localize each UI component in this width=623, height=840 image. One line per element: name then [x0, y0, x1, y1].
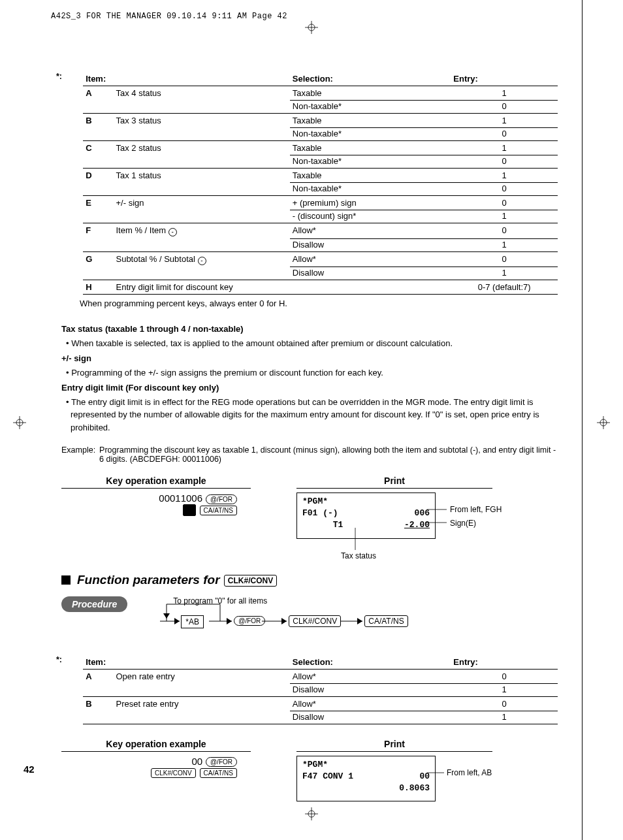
star-label-1: *: — [56, 72, 62, 81]
table-row: DTax 1 statusTaxable1 — [61, 169, 558, 183]
flow-ab: *AB — [181, 615, 204, 628]
example-text: Programming the discount key as taxable … — [99, 445, 558, 464]
page-number: 42 — [24, 764, 35, 775]
key-for: @/FOR — [206, 494, 237, 504]
body-text: Tax status (taxable 1 through 4 / non-ta… — [61, 323, 558, 434]
table-row: Non-taxable*0 — [61, 183, 558, 196]
bullet-sign: • Programming of the +/- sign assigns th… — [61, 366, 558, 380]
flow-for: @/FOR — [234, 616, 265, 626]
svg-marker-19 — [357, 618, 362, 624]
key-sequence-2: 00 @/FOR CLK#/CONV CA/AT/NS — [61, 756, 251, 779]
section-title-text: Function parameters for — [77, 573, 220, 587]
key-clkconv: CLK#/CONV — [224, 575, 277, 587]
heading-sign: +/- sign — [61, 352, 558, 365]
table-row: - (discount) sign*1 — [61, 210, 558, 223]
anno-taxstatus: Tax status — [341, 551, 376, 560]
heading-tax-status: Tax status (taxable 1 through 4 / non-ta… — [61, 323, 558, 336]
section-clk-conv: Function parameters for CLK#/CONV Proced… — [61, 573, 558, 636]
svg-marker-17 — [227, 618, 232, 624]
table-row: GSubtotal % / Subtotal -Allow*0 — [61, 251, 558, 267]
table-row: Non-taxable*0 — [61, 101, 558, 114]
anno-ab: From left, AB — [447, 768, 492, 777]
key-for-2: @/FOR — [206, 757, 237, 767]
parameters-table-1: Item: Selection: Entry: ATax 4 statusTax… — [61, 72, 558, 295]
receipt-1: *PGM* F01 (-)006 T1-2.00 — [296, 493, 436, 539]
table-row: AOpen rate entryAllow*0 — [61, 669, 558, 683]
table-row: Disallow1 — [61, 683, 558, 696]
svg-marker-16 — [174, 618, 180, 624]
heading-entry-limit: Entry digit limit (For discount key only… — [61, 381, 558, 395]
table-row: CTax 2 statusTaxable1 — [61, 141, 558, 155]
svg-marker-20 — [163, 613, 170, 619]
crop-mark-left — [13, 416, 26, 429]
table-row: Non-taxable*0 — [61, 155, 558, 169]
svg-marker-18 — [281, 618, 287, 624]
table1-note: When programming percent keys, always en… — [80, 299, 558, 308]
section-marker-icon — [61, 575, 71, 585]
side-rule — [581, 0, 583, 840]
table-row: FItem % / Item -Allow*0 — [61, 223, 558, 239]
example-1: Example: Programming the discount key as… — [61, 445, 558, 539]
crop-mark-right — [597, 416, 610, 429]
print-title-1: Print — [296, 476, 492, 489]
anno-sign: Sign(E) — [450, 519, 476, 528]
key-caatns: CA/AT/NS — [200, 506, 237, 515]
table-row: HEntry digit limit for discount key0-7 (… — [61, 280, 558, 295]
key-caatns-2: CA/AT/NS — [200, 768, 237, 778]
bullet-tax-status: • When taxable is selected, tax is appli… — [61, 337, 558, 350]
table-row: Disallow1 — [61, 711, 558, 724]
bullet-entry-limit: • The entry digit limit is in effect for… — [61, 396, 558, 434]
key-sequence-1: 00011006 @/FOR ⊖ CA/AT/NS — [61, 493, 251, 516]
table-row: BTax 3 statusTaxable1 — [61, 114, 558, 128]
table-row: Non-taxable*0 — [61, 128, 558, 141]
key-minus: ⊖ — [183, 504, 196, 516]
star-label-2: *: — [56, 655, 62, 664]
anno-fgh: From left, FGH — [450, 505, 502, 514]
example-label: Example: — [61, 445, 95, 464]
key-conv-2: CLK#/CONV — [151, 768, 196, 778]
key-op-title-2: Key operation example — [61, 739, 251, 752]
table-row: Disallow1 — [61, 238, 558, 251]
example-2: Key operation example 00 @/FOR CLK#/CONV… — [61, 739, 558, 802]
key-op-title-1: Key operation example — [61, 476, 251, 489]
table-row: BPreset rate entryAllow*0 — [61, 696, 558, 711]
parameters-table-2: Item: Selection: Entry: AOpen rate entry… — [61, 655, 558, 724]
flow-caat: CA/AT/NS — [364, 615, 407, 627]
crop-mark-bottom — [305, 807, 318, 820]
procedure-badge: Procedure — [61, 596, 127, 612]
crop-mark-top — [305, 21, 318, 34]
flow-conv: CLK#/CONV — [289, 615, 341, 627]
procedure-diagram: To program "0" for all items — [140, 596, 558, 636]
table-row: Disallow1 — [61, 267, 558, 280]
table-row: E+/- sign+ (premium) sign0 — [61, 196, 558, 210]
print-header: A42S_3 FOR THE MANAGER 09.10.14 9:11 AM … — [51, 12, 287, 21]
print-title-2: Print — [296, 739, 492, 752]
table-row: ATax 4 statusTaxable1 — [61, 86, 558, 101]
receipt-2: *PGM* F47 CONV 100 0.8063 — [296, 756, 436, 802]
